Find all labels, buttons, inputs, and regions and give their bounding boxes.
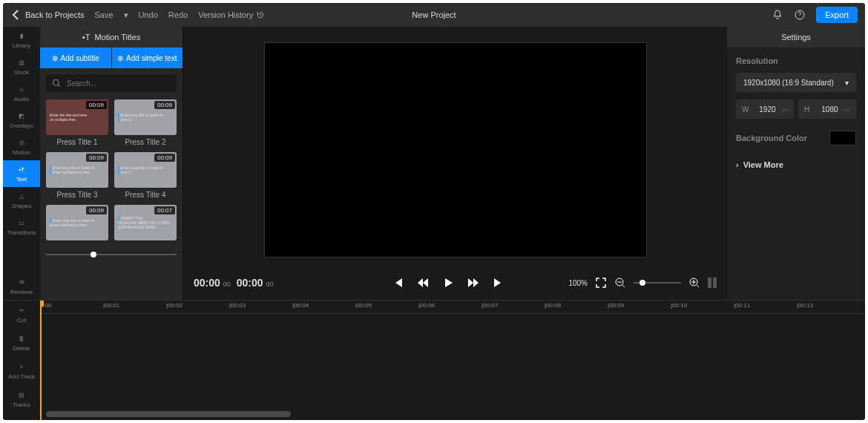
tile-preview-text: ▌INSERT THEHEADLINE HERE ON 2 LINES SUBH… (118, 216, 173, 229)
timeline-scrollbar[interactable] (46, 411, 291, 417)
resolution-dropdown[interactable]: 1920x1080 (16:9 Standard) ▾ (736, 73, 856, 92)
rail-transitions[interactable]: ▭Transitions (3, 214, 40, 240)
rail-shapes[interactable]: △Shapes (3, 187, 40, 214)
playhead[interactable] (40, 301, 42, 420)
rail-label: Motion (13, 149, 30, 156)
tile-thumb[interactable]: 00:09Enter the title text hereon multipl… (46, 99, 108, 135)
tile-duration: 00:09 (86, 154, 107, 162)
rail-library[interactable]: ▮Library (3, 27, 40, 53)
fullscreen-icon[interactable] (595, 277, 607, 289)
undo-button[interactable]: Undo (139, 10, 158, 19)
folder-icon: ▮ (16, 32, 27, 41)
ruler-tick: |00:03 (229, 302, 246, 309)
chevron-right-icon: › (736, 160, 739, 169)
cut-tool[interactable]: ✂Cut (3, 301, 40, 329)
history-icon (256, 10, 265, 19)
current-time: 00:00 (194, 277, 220, 289)
back-to-projects-link[interactable]: Back to Projects (10, 9, 84, 21)
tile-thumb[interactable]: 00:07▌INSERT THEHEADLINE HERE ON 2 LINES… (114, 205, 177, 240)
width-field[interactable]: W1920px (736, 99, 794, 119)
skip-end-icon[interactable] (493, 277, 504, 289)
transport-controls (392, 277, 504, 289)
skip-start-icon[interactable] (392, 277, 404, 289)
chat-icon: ✉ (16, 278, 27, 287)
tracks-icon: ▤ (16, 391, 27, 400)
preview-canvas[interactable] (264, 42, 647, 258)
tile-thumb[interactable]: 00:09▌Enter long title or lower thEnter … (46, 205, 108, 240)
tile-thumb[interactable]: 00:09▌Enter long title or lower th▌Line … (114, 99, 177, 135)
tile-1: 00:09Enter the title text hereon multipl… (46, 99, 108, 146)
panel-buttons: ⊕ Add subtitle ⊕ Add simple text (40, 47, 183, 68)
add-simple-text-button[interactable]: ⊕ Add simple text (112, 47, 183, 68)
height-field[interactable]: H1080px (798, 99, 856, 119)
rail-motion[interactable]: ◎Motion (3, 134, 40, 160)
time-ruler[interactable]: 0:00|00:01|00:02|00:03|00:04|00:05|00:06… (40, 301, 865, 314)
rewind-icon[interactable] (417, 277, 429, 289)
rail-overlays[interactable]: ◩Overlays (3, 107, 40, 134)
rail-label: Shapes (11, 203, 31, 209)
h-value: 1080 (815, 105, 838, 114)
tool-label: Cut (17, 317, 26, 324)
tool-label: Add Track (8, 373, 35, 380)
rail-label: Reviews (10, 289, 33, 295)
bell-icon[interactable] (772, 9, 783, 21)
redo-button[interactable]: Redo (168, 10, 188, 19)
view-more-toggle[interactable]: › View More (736, 160, 856, 169)
audio-meters-icon (708, 278, 717, 288)
tile-thumb[interactable]: 00:09▌Enter long title or lower th▌Line … (114, 152, 177, 188)
tile-thumb[interactable]: 00:09▌Enter long title or lower th▌Enter… (46, 152, 108, 188)
bg-color-swatch[interactable] (829, 131, 856, 145)
motion-titles-icon: •T (82, 33, 91, 42)
tile-label: Press Title 1 (46, 138, 108, 146)
ruler-tick: |00:02 (166, 302, 183, 309)
zoom-value: 100% (568, 279, 588, 287)
h-prefix: H (804, 105, 809, 114)
search-box[interactable] (46, 74, 177, 92)
tool-label: Delete (13, 345, 30, 352)
motion-icon: ◎ (16, 139, 27, 148)
trash-icon: 🗑 (16, 335, 27, 344)
search-input[interactable] (67, 79, 171, 88)
help-icon[interactable] (794, 9, 806, 21)
tile-duration: 00:09 (154, 154, 175, 162)
panel-thumb-size-slider[interactable] (46, 254, 177, 255)
topbar-left: Back to Projects Save ▾ Undo Redo Versio… (10, 9, 265, 21)
h-suffix: px (844, 106, 850, 113)
tile-label: Press Title 2 (114, 138, 177, 146)
version-history-button[interactable]: Version History (198, 10, 265, 19)
zoom-slider[interactable] (634, 282, 681, 283)
rail-stock[interactable]: ▥Stock (3, 53, 40, 80)
rail-label: Text (16, 176, 27, 183)
music-icon: ♫ (16, 85, 27, 94)
add-subtitle-button[interactable]: ⊕ Add subtitle (40, 47, 111, 68)
fast-forward-icon[interactable] (467, 277, 479, 289)
save-menu[interactable]: Save (94, 10, 113, 19)
add-track-tool[interactable]: ≡Add Track (3, 357, 40, 385)
add-track-icon: ≡ (16, 363, 27, 372)
export-button[interactable]: Export (816, 7, 858, 23)
center-area: 00:00 00 00:00 00 100% (183, 27, 727, 300)
rail-text[interactable]: •TText (3, 160, 40, 187)
zoom-out-icon[interactable] (614, 277, 626, 289)
rail-reviews[interactable]: ✉Reviews (3, 273, 40, 300)
right-controls: 100% (568, 277, 717, 289)
tile-duration: 00:09 (154, 101, 175, 109)
tile-preview-text: Enter the title text hereon multiple the… (50, 113, 87, 122)
tracks-tool[interactable]: ▤Tracks (3, 385, 40, 413)
ruler-tick: |00:11 (734, 302, 750, 309)
tool-label: Tracks (13, 401, 30, 408)
topbar-right: Export (772, 7, 858, 23)
tile-duration: 00:09 (86, 101, 107, 109)
view-more-label: View More (743, 160, 783, 169)
save-dropdown-icon[interactable]: ▾ (124, 10, 128, 20)
play-icon[interactable] (442, 277, 454, 289)
ruler-tick: |00:09 (608, 302, 624, 309)
books-icon: ▥ (16, 59, 27, 68)
rail-audio[interactable]: ♫Audio (3, 80, 40, 107)
delete-tool[interactable]: 🗑Delete (3, 329, 40, 357)
resolution-label: Resolution (736, 56, 856, 65)
rail-label: Transitions (7, 229, 36, 236)
timeline[interactable]: 0:00|00:01|00:02|00:03|00:04|00:05|00:06… (40, 301, 865, 420)
zoom-in-icon[interactable] (688, 277, 700, 289)
tile-preview-text: ▌Enter long title or lower th▌Line 2 (118, 113, 162, 122)
